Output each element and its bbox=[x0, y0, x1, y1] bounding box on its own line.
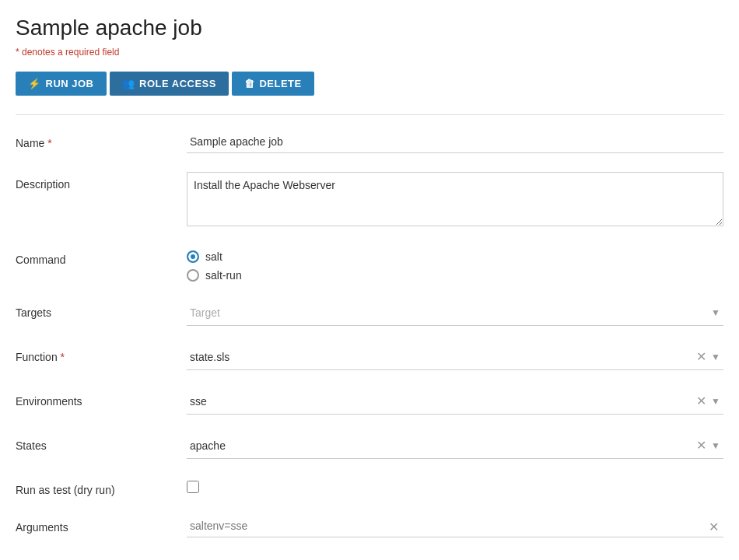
function-value: state.sls bbox=[190, 348, 696, 366]
targets-field-wrap: Target ▼ bbox=[187, 300, 723, 326]
lightning-icon: ⚡ bbox=[28, 78, 41, 89]
name-input[interactable] bbox=[187, 131, 723, 153]
arguments-row: Arguments ✕ bbox=[16, 515, 723, 541]
environments-clear-icon[interactable]: ✕ bbox=[696, 395, 706, 408]
function-label: Function * bbox=[16, 345, 187, 363]
required-note: * denotes a required field bbox=[16, 47, 723, 58]
command-field-wrap: salt salt-run bbox=[187, 247, 723, 282]
environments-label: Environments bbox=[16, 389, 187, 408]
targets-placeholder: Target bbox=[190, 303, 711, 322]
targets-select[interactable]: Target ▼ bbox=[187, 300, 723, 326]
arguments-clear-icon[interactable]: ✕ bbox=[709, 519, 719, 534]
radio-salt-run-label: salt-run bbox=[205, 269, 242, 282]
users-icon: 👥 bbox=[122, 78, 135, 89]
command-row: Command salt salt-run bbox=[16, 247, 723, 285]
states-value: apache bbox=[190, 436, 696, 455]
page-title: Sample apache job bbox=[16, 16, 723, 40]
environments-value: sse bbox=[190, 392, 696, 411]
name-row: Name * bbox=[16, 131, 723, 156]
environments-chevron-icon[interactable]: ▼ bbox=[711, 396, 720, 407]
radio-salt-run[interactable]: salt-run bbox=[187, 269, 723, 282]
command-radio-group: salt salt-run bbox=[187, 247, 723, 282]
states-clear-icon[interactable]: ✕ bbox=[696, 439, 706, 452]
states-label: States bbox=[16, 433, 187, 452]
radio-salt-input[interactable] bbox=[187, 250, 199, 263]
dry-run-checkbox[interactable] bbox=[187, 481, 199, 493]
description-label: Description bbox=[16, 172, 187, 191]
function-icons: ✕ ▼ bbox=[696, 351, 720, 363]
function-row: Function * state.sls ✕ ▼ bbox=[16, 345, 723, 373]
function-chevron-icon[interactable]: ▼ bbox=[711, 352, 720, 362]
divider bbox=[16, 114, 723, 115]
description-input[interactable]: Install the Apache Webserver bbox=[187, 172, 723, 226]
run-job-button[interactable]: ⚡ RUN JOB bbox=[16, 72, 107, 96]
states-icons: ✕ ▼ bbox=[696, 439, 720, 452]
role-access-label: ROLE ACCESS bbox=[139, 78, 216, 89]
targets-row: Targets Target ▼ bbox=[16, 300, 723, 329]
dry-run-field-wrap bbox=[187, 478, 723, 493]
states-select[interactable]: apache ✕ ▼ bbox=[187, 433, 723, 459]
run-job-label: RUN JOB bbox=[46, 78, 94, 89]
function-select[interactable]: state.sls ✕ ▼ bbox=[187, 345, 723, 370]
function-field-wrap: state.sls ✕ ▼ bbox=[187, 345, 723, 370]
states-field-wrap: apache ✕ ▼ bbox=[187, 433, 723, 459]
radio-salt-run-input[interactable] bbox=[187, 269, 199, 282]
command-label: Command bbox=[16, 247, 187, 266]
dry-run-checkbox-wrap bbox=[187, 478, 723, 493]
environments-icons: ✕ ▼ bbox=[696, 395, 720, 408]
delete-label: DELETE bbox=[259, 78, 301, 89]
description-field-wrap: Install the Apache Webserver bbox=[187, 172, 723, 229]
form: Name * Description Install the Apache We… bbox=[16, 131, 723, 541]
arguments-field-wrap: ✕ bbox=[187, 515, 723, 537]
targets-icons: ▼ bbox=[711, 307, 720, 318]
environments-select[interactable]: sse ✕ ▼ bbox=[187, 389, 723, 415]
states-chevron-icon[interactable]: ▼ bbox=[711, 440, 720, 451]
arguments-input[interactable] bbox=[187, 515, 723, 537]
radio-salt[interactable]: salt bbox=[187, 250, 723, 263]
radio-salt-label: salt bbox=[205, 250, 222, 263]
toolbar: ⚡ RUN JOB 👥 ROLE ACCESS 🗑 DELETE bbox=[16, 72, 723, 96]
function-clear-icon[interactable]: ✕ bbox=[696, 351, 706, 363]
name-label: Name * bbox=[16, 131, 187, 149]
delete-button[interactable]: 🗑 DELETE bbox=[232, 72, 314, 96]
arguments-label: Arguments bbox=[16, 515, 187, 534]
dry-run-row: Run as test (dry run) bbox=[16, 478, 723, 499]
trash-icon: 🗑 bbox=[244, 78, 255, 89]
environments-row: Environments sse ✕ ▼ bbox=[16, 389, 723, 418]
role-access-button[interactable]: 👥 ROLE ACCESS bbox=[110, 72, 229, 96]
targets-chevron-icon[interactable]: ▼ bbox=[711, 307, 720, 318]
name-field-wrap bbox=[187, 131, 723, 153]
environments-field-wrap: sse ✕ ▼ bbox=[187, 389, 723, 415]
targets-label: Targets bbox=[16, 300, 187, 319]
dry-run-label: Run as test (dry run) bbox=[16, 478, 187, 496]
states-row: States apache ✕ ▼ bbox=[16, 433, 723, 462]
description-row: Description Install the Apache Webserver bbox=[16, 172, 723, 232]
